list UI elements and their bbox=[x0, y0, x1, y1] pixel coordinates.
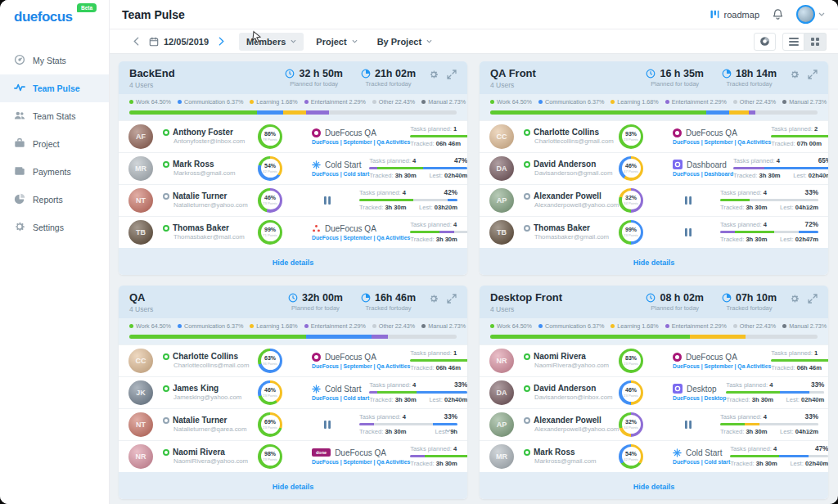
focus-score-percent: 93% bbox=[625, 131, 637, 137]
row-expand-caret[interactable] bbox=[455, 395, 461, 403]
project-path-link[interactable]: DueFocus | September | Qa Activities bbox=[673, 363, 771, 369]
member-avatar[interactable]: MR bbox=[128, 156, 153, 181]
member-row: NR Naomi Rivera NaomiRivera@yahoo.com 83… bbox=[480, 344, 828, 376]
expand-icon[interactable] bbox=[808, 294, 818, 304]
gear-icon[interactable] bbox=[429, 294, 439, 304]
member-avatar[interactable]: MR bbox=[489, 444, 514, 469]
status-dot bbox=[163, 449, 169, 456]
gear-icon[interactable] bbox=[790, 70, 800, 79]
member-avatar[interactable]: CC bbox=[128, 349, 153, 373]
member-tracked-time: 3h 30m bbox=[436, 236, 457, 243]
gear-icon[interactable] bbox=[429, 70, 439, 79]
project-path-link[interactable]: DueFocus | Cold start bbox=[673, 459, 730, 465]
date-picker[interactable]: 12/05/2019 bbox=[149, 37, 209, 47]
row-expand-caret[interactable] bbox=[812, 395, 818, 403]
focus-score-donut: 46% 23 Points bbox=[619, 380, 643, 405]
member-avatar[interactable]: NT bbox=[128, 188, 153, 213]
project-path-link[interactable]: DueFocus | September | Qa Activities bbox=[673, 139, 771, 145]
filter-members[interactable]: Members bbox=[239, 33, 304, 51]
sidebar-item-team-stats[interactable]: Team Stats bbox=[0, 102, 109, 130]
hide-details-link[interactable]: Hide details bbox=[273, 483, 314, 491]
legend-dot bbox=[250, 100, 254, 104]
expand-icon[interactable] bbox=[808, 70, 818, 79]
report-pie-button[interactable] bbox=[754, 33, 776, 51]
list-view-button[interactable] bbox=[782, 33, 804, 51]
focus-score-percent: 46% bbox=[264, 387, 276, 393]
project-path-link[interactable]: DueFocus | September | Qa Activities bbox=[312, 139, 410, 145]
team-card: QA 4 Users 32h 00m Planned for today 16h… bbox=[119, 286, 467, 499]
sidebar-item-reports[interactable]: Reports bbox=[0, 186, 109, 214]
focus-score-percent: 54% bbox=[264, 163, 276, 169]
hide-details-link[interactable]: Hide details bbox=[273, 259, 314, 267]
focus-score-percent: 98% bbox=[264, 451, 276, 457]
project-path-link[interactable]: DueFocus | September | Qa Activities bbox=[312, 363, 410, 369]
member-avatar[interactable]: AP bbox=[489, 412, 514, 437]
focus-score-points: 42 Points bbox=[624, 457, 638, 461]
project-path-link[interactable]: DueFocus | September | Qa Activities bbox=[312, 459, 410, 465]
row-expand-caret[interactable] bbox=[445, 427, 451, 434]
member-avatar[interactable]: NT bbox=[128, 412, 153, 437]
team-card: BackEnd 4 Users 32 h 50m Planned for tod… bbox=[119, 61, 467, 275]
expand-icon[interactable] bbox=[447, 70, 457, 79]
member-email: Jamesking@yahoo.com bbox=[163, 394, 258, 401]
project-path-link[interactable]: DueFocus | Cold start bbox=[312, 395, 369, 401]
tasks-planned-count: 4 bbox=[773, 445, 777, 452]
project-path-link[interactable]: DueFocus | Desktop bbox=[673, 395, 726, 401]
planned-time: 32h 00m bbox=[302, 292, 343, 304]
member-avatar[interactable]: AF bbox=[128, 124, 153, 149]
member-row: DA David Anderson Davisanderson@inbox.co… bbox=[480, 376, 828, 408]
filter-project[interactable]: Project bbox=[309, 33, 364, 51]
status-dot bbox=[524, 225, 530, 232]
sidebar-nav: My Stats Team Pulse Team Stats Project P… bbox=[0, 47, 109, 241]
sidebar-item-label: Team Pulse bbox=[33, 83, 80, 93]
project-path-link[interactable]: DueFocus | September | Qa Activities bbox=[312, 235, 410, 241]
hide-details-link[interactable]: Hide details bbox=[633, 259, 675, 267]
row-expand-caret[interactable] bbox=[445, 203, 451, 210]
member-avatar[interactable]: NR bbox=[489, 349, 514, 373]
notifications-bell-icon[interactable] bbox=[772, 8, 784, 20]
member-avatar[interactable]: DA bbox=[489, 380, 514, 405]
row-expand-caret[interactable] bbox=[806, 235, 812, 242]
user-menu[interactable] bbox=[796, 5, 825, 24]
project-cell bbox=[660, 420, 720, 430]
project-ring-icon bbox=[312, 128, 321, 137]
expand-icon[interactable] bbox=[447, 294, 457, 304]
member-avatar[interactable]: DA bbox=[489, 156, 514, 181]
member-avatar[interactable]: NR bbox=[128, 444, 153, 469]
sidebar-item-payments[interactable]: Payments bbox=[0, 158, 109, 186]
team-activity-bar bbox=[490, 110, 818, 115]
project-path-link[interactable]: DueFocus | Dashboard bbox=[673, 171, 733, 177]
member-avatar[interactable]: AP bbox=[489, 188, 514, 213]
pause-icon bbox=[323, 196, 331, 205]
legend-dot bbox=[421, 100, 426, 104]
roadmap-link[interactable]: roadmap bbox=[710, 9, 759, 20]
row-expand-caret[interactable] bbox=[806, 427, 812, 434]
row-expand-caret[interactable] bbox=[455, 171, 461, 178]
grid-view-button[interactable] bbox=[804, 33, 827, 51]
member-avatar[interactable]: TB bbox=[128, 220, 153, 245]
project-path-link[interactable]: DueFocus | Cold start bbox=[312, 171, 369, 177]
sidebar-item-project[interactable]: Project bbox=[0, 130, 109, 158]
gear-icon[interactable] bbox=[790, 294, 800, 304]
prev-day-button[interactable] bbox=[133, 37, 139, 46]
task-progress-percent: 65% bbox=[818, 157, 828, 164]
logo[interactable]: duefocus Beta bbox=[0, 0, 98, 25]
filter-by-project[interactable]: By Project bbox=[370, 33, 439, 51]
sidebar-item-settings[interactable]: Settings bbox=[0, 214, 109, 241]
member-avatar[interactable]: CC bbox=[489, 124, 514, 149]
row-expand-caret[interactable] bbox=[806, 203, 812, 210]
task-stats: Tasks planned: 1 84.69% Tracked: 06h 46m… bbox=[410, 125, 467, 147]
filter-label: Members bbox=[246, 37, 286, 47]
member-email: Markross@gmail.com bbox=[524, 457, 619, 465]
card-footer: Hide details bbox=[480, 248, 828, 275]
member-avatar[interactable]: TB bbox=[489, 220, 514, 245]
sidebar-item-team-pulse[interactable]: Team Pulse bbox=[0, 74, 109, 102]
row-expand-caret[interactable] bbox=[819, 171, 825, 178]
sidebar-item-my-stats[interactable]: My Stats bbox=[0, 47, 109, 74]
project-cell: DueFocus QADueFocus | September | Qa Act… bbox=[299, 353, 410, 369]
row-expand-caret[interactable] bbox=[816, 459, 822, 466]
member-avatar[interactable]: JK bbox=[128, 380, 153, 405]
next-day-button[interactable] bbox=[219, 37, 224, 46]
task-progress-bar bbox=[730, 455, 828, 457]
hide-details-link[interactable]: Hide details bbox=[633, 483, 675, 491]
